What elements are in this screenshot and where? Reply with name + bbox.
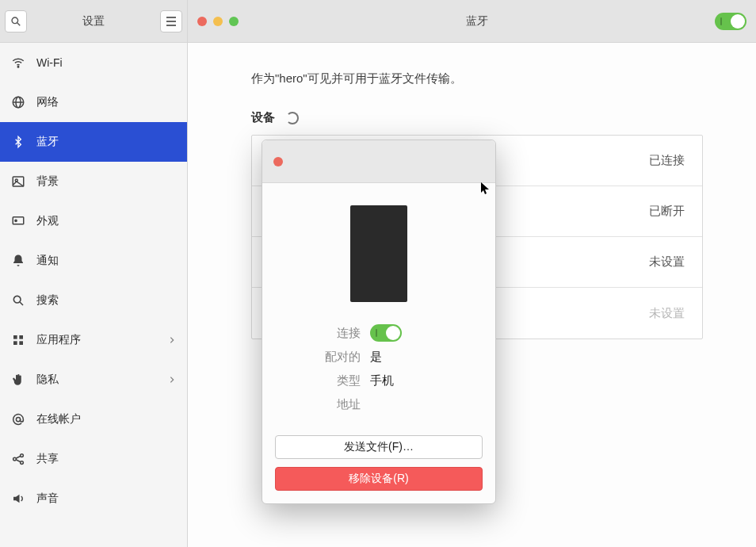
bluetooth-toggle[interactable] [715,13,746,30]
property-value: 手机 [370,373,394,388]
search-button[interactable] [5,10,27,33]
send-file-button[interactable]: 发送文件(F)… [275,435,483,459]
device-status: 已连接 [649,153,685,168]
search-icon [10,16,21,27]
sidebar-item-label: 外观 [36,214,59,228]
property-key: 地址 [275,397,370,412]
property-row-paired: 配对的 是 [275,345,483,369]
sidebar-item-sharing[interactable]: 共享 [0,439,187,479]
property-value: 是 [370,350,382,365]
svg-rect-18 [19,341,23,345]
apps-icon [11,333,25,347]
property-key: 类型 [275,373,370,388]
chevron-right-icon [168,374,176,385]
device-detail-dialog: 连接 配对的 是 类型 手机 地址 发送文件(F)… 移除设备(R) [262,140,496,504]
sidebar-item-label: Wi-Fi [36,56,63,69]
sidebar-item-label: 蓝牙 [36,135,59,149]
sidebar-item-applications[interactable]: 应用程序 [0,320,187,360]
sidebar-item-label: 应用程序 [36,333,81,347]
minimize-window-button[interactable] [213,17,223,26]
property-row-connect: 连接 [275,321,483,345]
speaker-icon [11,492,25,506]
bluetooth-icon [11,135,25,149]
appearance-icon [11,214,25,228]
sidebar-item-label: 声音 [36,492,59,506]
menu-button[interactable] [160,10,182,33]
svg-line-1 [17,22,21,25]
sidebar-item-label: 通知 [36,254,59,268]
remove-device-button[interactable]: 移除设备(R) [275,467,483,491]
devices-label: 设备 [251,110,275,125]
sidebar-item-notifications[interactable]: 通知 [0,241,187,281]
svg-point-12 [15,220,17,221]
window-controls [197,17,239,26]
sidebar-item-appearance[interactable]: 外观 [0,201,187,241]
sidebar-item-label: 搜索 [36,293,59,308]
dialog-body: 连接 配对的 是 类型 手机 地址 发送文件(F)… 移除设备(R) [262,183,495,503]
sidebar-item-label: 网络 [36,95,59,109]
at-icon [11,412,25,427]
device-status: 未设置 [649,306,685,321]
search-icon [11,293,25,308]
sidebar-item-search[interactable]: 搜索 [0,281,187,320]
svg-line-24 [16,460,21,462]
device-status: 已断开 [649,204,685,219]
property-key: 配对的 [275,350,370,365]
wifi-icon [11,55,25,70]
property-row-address: 地址 [275,392,483,416]
device-status: 未设置 [649,254,685,270]
hand-icon [11,373,25,387]
svg-point-13 [13,296,21,303]
sidebar-item-label: 隐私 [36,373,59,387]
svg-line-14 [20,302,23,305]
svg-line-23 [16,456,21,458]
sidebar-item-label: 背景 [36,174,59,189]
dialog-actions: 发送文件(F)… 移除设备(R) [275,435,483,491]
property-key: 连接 [275,326,370,341]
sidebar-list: Wi-Fi 网络 蓝牙 背景 外观 [0,43,187,547]
dialog-header [262,140,495,183]
sidebar-item-bluetooth[interactable]: 蓝牙 [0,122,187,162]
globe-icon [11,95,25,109]
sidebar-item-label: 共享 [36,452,59,466]
sidebar-item-wifi[interactable]: Wi-Fi [0,43,187,82]
device-properties: 连接 配对的 是 类型 手机 地址 [275,321,483,416]
svg-point-5 [17,67,19,68]
connection-toggle[interactable] [370,324,402,342]
share-icon [11,452,25,466]
svg-point-0 [12,17,18,24]
sidebar-item-online-accounts[interactable]: 在线帐户 [0,400,187,439]
devices-header: 设备 [251,110,693,125]
maximize-window-button[interactable] [229,17,239,26]
sidebar-title: 设置 [27,14,160,29]
svg-rect-17 [13,341,17,345]
svg-point-19 [16,417,20,421]
bell-icon [11,254,25,268]
settings-sidebar: 设置 Wi-Fi 网络 蓝牙 背景 [0,0,188,547]
device-phone-icon [350,205,407,302]
close-dialog-button[interactable] [273,157,283,166]
sidebar-item-label: 在线帐户 [36,412,81,427]
property-row-type: 类型 手机 [275,369,483,392]
svg-rect-16 [19,335,23,339]
page-title: 蓝牙 [239,14,715,29]
hamburger-icon [166,17,177,26]
sidebar-item-background[interactable]: 背景 [0,162,187,201]
svg-rect-15 [13,335,17,339]
sidebar-item-privacy[interactable]: 隐私 [0,360,187,400]
sidebar-item-network[interactable]: 网络 [0,82,187,122]
main-header: 蓝牙 [188,0,756,43]
image-icon [11,174,25,189]
sidebar-item-sound[interactable]: 声音 [0,479,187,518]
scanning-spinner-icon [286,112,299,124]
close-window-button[interactable] [197,17,207,26]
visibility-hint: 作为"hero"可见并可用于蓝牙文件传输。 [251,71,693,86]
chevron-right-icon [168,335,176,346]
sidebar-header: 设置 [0,0,187,43]
